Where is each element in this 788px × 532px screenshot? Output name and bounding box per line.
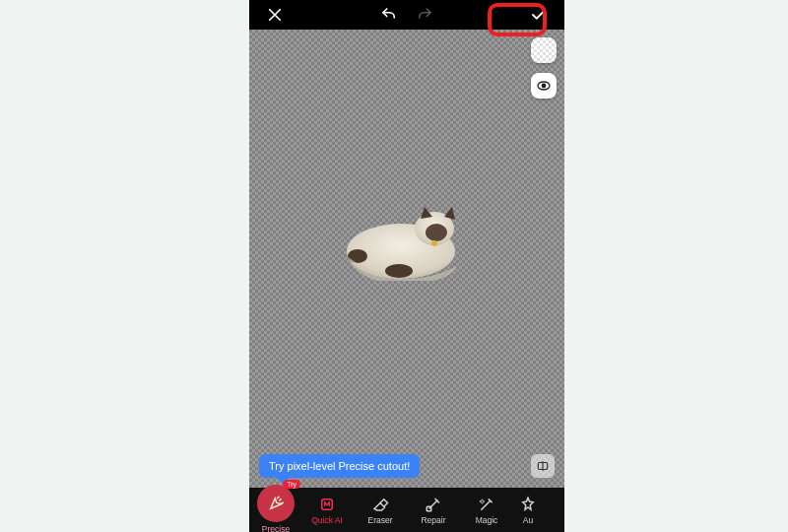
tool-repair-label: Repair <box>421 515 445 525</box>
tool-auto-label: Au <box>523 515 533 525</box>
tool-magic[interactable]: Magic <box>460 496 513 525</box>
svg-point-1 <box>542 84 545 87</box>
visibility-toggle-icon[interactable] <box>531 73 557 99</box>
phone-frame: Try pixel-level Precise cutout! Try Prec… <box>249 0 564 532</box>
redo-icon <box>411 1 438 29</box>
top-bar <box>249 0 564 30</box>
try-badge: Try <box>283 480 300 489</box>
tool-magic-label: Magic <box>476 515 498 525</box>
tooltip-text: Try pixel-level Precise cutout! <box>269 460 410 472</box>
svg-point-7 <box>431 240 437 246</box>
stage: Try pixel-level Precise cutout! Try Prec… <box>0 0 788 532</box>
svg-point-4 <box>426 224 447 241</box>
tool-eraser-label: Eraser <box>367 515 392 525</box>
undo-icon[interactable] <box>375 1 403 29</box>
tool-precise[interactable]: Try Precise <box>251 487 300 533</box>
tool-auto[interactable]: Au <box>513 496 543 525</box>
svg-point-6 <box>385 264 413 278</box>
editor-canvas[interactable]: Try pixel-level Precise cutout! <box>249 30 564 488</box>
tool-eraser[interactable]: Eraser <box>354 496 407 525</box>
precise-tooltip: Try pixel-level Precise cutout! <box>259 454 420 478</box>
canvas-side-controls <box>531 37 557 99</box>
tool-quick-ai[interactable]: Quick AI <box>300 496 354 525</box>
tool-repair[interactable]: Repair <box>407 496 460 525</box>
bottom-toolbar: Try Precise Quick AI Eraser Repair Magic <box>249 488 564 532</box>
tool-quick-ai-label: Quick AI <box>311 515 343 525</box>
close-icon[interactable] <box>261 1 289 29</box>
precise-button[interactable]: Try <box>257 485 295 522</box>
subject-cutout[interactable] <box>338 197 476 281</box>
tool-precise-label: Precise <box>262 524 290 533</box>
confirm-icon[interactable] <box>525 1 553 29</box>
compare-icon[interactable] <box>531 454 555 478</box>
background-toggle-icon[interactable] <box>531 37 557 63</box>
